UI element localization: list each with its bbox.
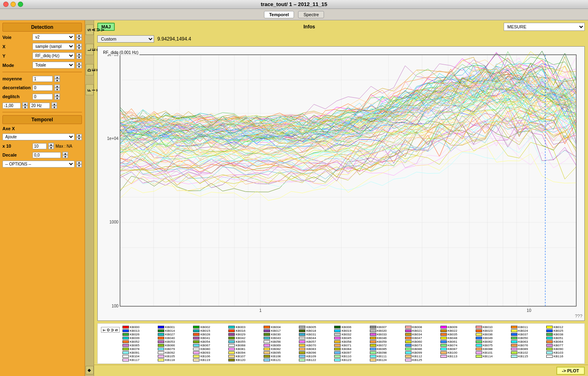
options-select[interactable]: -- OPTIONS -- xyxy=(2,161,75,168)
mesure-select[interactable]: MESURE xyxy=(504,23,585,31)
range-min-up[interactable]: ▲ xyxy=(22,102,28,105)
x-up[interactable]: ▲ xyxy=(76,43,82,47)
y-select[interactable]: RF_didq (Hz) xyxy=(32,52,75,59)
legend-item: KB038 xyxy=(546,333,581,336)
legend-color-swatch xyxy=(193,326,200,329)
decale-spinner[interactable]: ▲ ▼ xyxy=(62,152,68,158)
fits-button[interactable]: FITS xyxy=(86,84,94,95)
minimize-button[interactable] xyxy=(11,2,16,7)
legend-color-swatch xyxy=(370,355,376,358)
moyenne-spinner[interactable]: ▲ ▼ xyxy=(54,75,60,82)
decale-input[interactable] xyxy=(32,152,61,158)
x10-down[interactable]: ▼ xyxy=(48,146,54,149)
decale-down[interactable]: ▼ xyxy=(62,155,68,158)
range-max-spinner[interactable]: ▲ ▼ xyxy=(52,102,57,109)
range-min-input[interactable] xyxy=(2,103,21,109)
legend-item: KB077 xyxy=(546,344,581,347)
tab-temporel[interactable]: Temporel xyxy=(264,11,294,18)
options-down[interactable]: ▼ xyxy=(76,164,82,168)
y-up[interactable]: ▲ xyxy=(76,53,82,56)
legend-item: KB063 xyxy=(511,340,546,344)
deglitch-spinner[interactable]: ▲ ▼ xyxy=(54,93,60,100)
chart-container[interactable]: RF_didq (0.001 Hz) ??? xyxy=(97,46,585,321)
legend-item: KB081 xyxy=(228,347,263,351)
legend-color-swatch xyxy=(405,348,412,350)
moyenne-input[interactable] xyxy=(32,76,53,82)
bottom-bar: -> PLOT xyxy=(94,365,588,376)
legend-item: KB118 xyxy=(157,358,193,362)
deglitch-down[interactable]: ▼ xyxy=(54,97,60,100)
voie-down[interactable]: ▼ xyxy=(76,37,82,41)
sauvegarde-button[interactable]: SAUV xyxy=(86,24,94,35)
legend-color-swatch xyxy=(334,326,341,329)
x-label: X xyxy=(2,44,31,49)
legend-item-label: KB117 xyxy=(130,358,139,362)
x-spinner[interactable]: ▲ ▼ xyxy=(76,43,82,50)
legend-color-swatch xyxy=(405,359,412,361)
legend-item-label: KB050 xyxy=(518,336,528,340)
moyenne-up[interactable]: ▲ xyxy=(54,75,60,79)
maximize-button[interactable] xyxy=(18,2,23,7)
range-max-down[interactable]: ▼ xyxy=(52,105,57,109)
custom-select[interactable]: Custom xyxy=(97,35,154,43)
range-max-input[interactable] xyxy=(30,103,50,109)
y-down[interactable]: ▼ xyxy=(76,56,82,59)
legend-color-swatch xyxy=(405,351,412,354)
x10-up[interactable]: ▲ xyxy=(48,143,54,146)
tab-spectre[interactable]: Spectre xyxy=(298,11,324,18)
x10-input[interactable] xyxy=(32,143,47,149)
moyenne-down[interactable]: ▼ xyxy=(54,79,60,82)
legend-item-label: KB016 xyxy=(236,329,245,333)
legend-color-swatch xyxy=(228,333,235,336)
legend-item-label: KB026 xyxy=(130,333,139,336)
axex-spinner[interactable]: ▲ ▼ xyxy=(76,134,82,140)
legend-color-swatch xyxy=(122,340,129,343)
decorrelation-input[interactable] xyxy=(32,85,53,91)
legend-item-label: KB028 xyxy=(200,333,210,336)
axex-down[interactable]: ▼ xyxy=(76,137,82,140)
legend-color-swatch xyxy=(405,326,412,329)
mode-spinner[interactable]: ▲ ▼ xyxy=(76,62,82,69)
legend-item-label: KB051 xyxy=(554,336,563,340)
decale-up[interactable]: ▲ xyxy=(62,152,68,155)
options-up[interactable]: ▲ xyxy=(76,161,82,164)
range-min-down[interactable]: ▼ xyxy=(22,105,28,109)
close-button[interactable] xyxy=(3,2,9,7)
legend-item-label: KB063 xyxy=(518,340,528,344)
mode-select[interactable]: Totale xyxy=(32,62,75,69)
x-down[interactable]: ▼ xyxy=(76,47,82,50)
legend-item-label: KB021 xyxy=(412,329,422,333)
plot-button[interactable]: -> PLOT xyxy=(556,367,585,375)
axex-up[interactable]: ▲ xyxy=(76,134,82,137)
decorrelation-down[interactable]: ▼ xyxy=(54,88,60,91)
axex-select[interactable]: Ajoute xyxy=(2,133,75,140)
voie-spinner[interactable]: ▲ ▼ xyxy=(76,34,82,41)
decorrelation-spinner[interactable]: ▲ ▼ xyxy=(54,84,60,91)
legend-item-label: KB086 xyxy=(412,347,422,351)
legend-item: KB021 xyxy=(405,329,440,333)
range-min-spinner[interactable]: ▲ ▼ xyxy=(22,102,28,109)
x-select[interactable]: sample (sampl xyxy=(32,43,75,50)
deglitch-up[interactable]: ▲ xyxy=(54,93,60,97)
legend-item-label: KB009 xyxy=(448,325,457,329)
decorrelation-up[interactable]: ▲ xyxy=(54,84,60,88)
legend-item-label: KB045 xyxy=(341,336,351,340)
voie-select[interactable]: v2 xyxy=(32,34,75,41)
legend-color-swatch xyxy=(370,326,376,329)
range-max-up[interactable]: ▲ xyxy=(52,102,57,105)
legend-item-label: KB121 xyxy=(271,358,281,362)
deglitch-input[interactable] xyxy=(32,94,53,100)
options-spinner[interactable]: ▲ ▼ xyxy=(76,161,82,168)
y-spinner[interactable]: ▲ ▼ xyxy=(76,53,82,59)
detection-button[interactable]: DETECTION xyxy=(86,64,94,75)
sidebar: Detection Voie v2 ▲ ▼ X sample (sampl xyxy=(0,20,85,376)
x10-spinner[interactable]: ▲ ▼ xyxy=(48,143,54,149)
legend-color-swatch xyxy=(370,329,376,332)
voie-up[interactable]: ▲ xyxy=(76,34,82,37)
legend-item: KB104 xyxy=(122,355,157,358)
legende-button[interactable]: LEGENDE xyxy=(86,44,94,55)
mode-up[interactable]: ▲ xyxy=(76,62,82,65)
temporel-title: Temporel xyxy=(2,115,82,124)
compass-button[interactable]: ◆ xyxy=(86,366,94,374)
mode-down[interactable]: ▼ xyxy=(76,65,82,69)
